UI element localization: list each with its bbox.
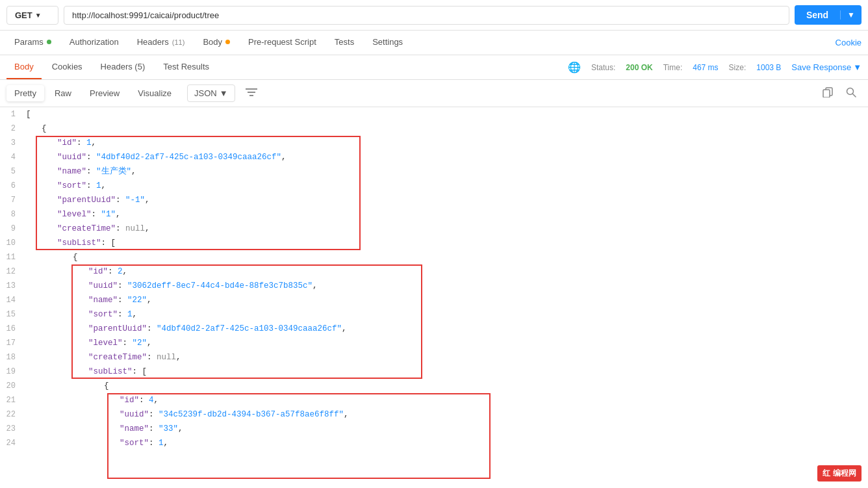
view-tab-preview[interactable]: Preview (82, 85, 127, 101)
tab-tests[interactable]: Tests (327, 31, 362, 55)
json-line-2: 2 { (0, 122, 868, 136)
method-label: GET (15, 10, 32, 20)
send-button[interactable]: Send ▼ (795, 5, 862, 25)
line-content-9: "createTime": null, (26, 222, 868, 236)
url-input[interactable] (64, 6, 789, 25)
search-icon-button[interactable] (841, 84, 862, 103)
tab-pre-request[interactable]: Pre-request Script (240, 31, 324, 55)
tab-authorization[interactable]: Authorization (62, 31, 127, 55)
json-line-21: 21 "id": 4, (0, 393, 868, 407)
tab-body-label: Body (203, 37, 222, 47)
res-tab-headers[interactable]: Headers (5) (93, 55, 153, 79)
line-content-13: "uuid": "3062deff-8ec7-44c4-bd4e-88fe3c7… (26, 279, 868, 293)
line-num-7: 7 (0, 193, 26, 207)
line-content-24: "sort": 1, (26, 436, 868, 450)
status-bar: 🌐 Status: 200 OK Time: 467 ms Size: 1003… (568, 61, 862, 73)
tab-settings[interactable]: Settings (364, 31, 411, 55)
status-label: Status: (591, 63, 615, 72)
line-num-15: 15 (0, 307, 26, 322)
format-select[interactable]: JSON ▼ (187, 84, 235, 102)
res-tab-body-label: Body (14, 62, 34, 71)
watermark-text: 编程网 (833, 468, 856, 479)
res-tab-cookies[interactable]: Cookies (44, 55, 90, 79)
line-num-24: 24 (0, 436, 26, 450)
params-dot (47, 40, 51, 44)
tab-tests-label: Tests (335, 37, 354, 47)
line-content-6: "sort": 1, (26, 179, 868, 193)
save-response-button[interactable]: Save Response ▼ (791, 62, 862, 72)
line-num-19: 19 (0, 365, 26, 379)
line-content-18: "createTime": null, (26, 350, 868, 365)
view-tab-pretty[interactable]: Pretty (6, 85, 44, 101)
line-content-17: "level": "2", (26, 336, 868, 350)
json-line-5: 5 "name": "生产类", (0, 164, 868, 179)
format-arrow-icon: ▼ (220, 88, 228, 98)
res-tab-body[interactable]: Body (6, 55, 42, 79)
line-num-3: 3 (0, 136, 26, 150)
tab-body[interactable]: Body (195, 31, 238, 55)
line-content-16: "parentUuid": "4dbf40d2-2af7-425c-a103-0… (26, 322, 868, 336)
line-content-15: "sort": 1, (26, 307, 868, 322)
json-line-11: 11 { (0, 250, 868, 264)
line-num-12: 12 (0, 264, 26, 279)
response-tabs: Body Cookies Headers (5) Test Results 🌐 … (0, 55, 868, 80)
line-num-9: 9 (0, 222, 26, 236)
json-line-16: 16 "parentUuid": "4dbf40d2-2af7-425c-a10… (0, 322, 868, 336)
json-line-15: 15 "sort": 1, (0, 307, 868, 322)
copy-icon (823, 87, 833, 97)
line-num-21: 21 (0, 393, 26, 407)
line-content-3: "id": 1, (26, 136, 868, 150)
res-tab-headers-label: Headers (5) (101, 62, 146, 71)
tab-params[interactable]: Params (6, 31, 59, 55)
line-num-16: 16 (0, 322, 26, 336)
filter-icon (246, 88, 257, 97)
res-tab-test-results-label: Test Results (163, 62, 209, 71)
line-num-5: 5 (0, 164, 26, 179)
tab-headers-count: (11) (172, 38, 185, 46)
url-bar: GET ▼ Send ▼ (0, 0, 868, 31)
line-num-2: 2 (0, 122, 26, 136)
json-line-17: 17 "level": "2", (0, 336, 868, 350)
size-value: 1003 B (756, 63, 781, 72)
body-dot (225, 40, 230, 44)
line-num-6: 6 (0, 179, 26, 193)
time-label: Time: (663, 63, 683, 72)
json-line-9: 9 "createTime": null, (0, 222, 868, 236)
response-toolbar: Pretty Raw Preview Visualize JSON ▼ (0, 80, 868, 107)
tab-headers[interactable]: Headers (11) (129, 31, 193, 55)
view-tab-raw[interactable]: Raw (47, 85, 79, 101)
line-num-18: 18 (0, 350, 26, 365)
method-select[interactable]: GET ▼ (6, 6, 58, 25)
line-content-20: { (26, 379, 868, 393)
res-tab-test-results[interactable]: Test Results (155, 55, 217, 79)
filter-icon-button[interactable] (240, 84, 262, 103)
cookie-link[interactable]: Cookie (836, 38, 862, 47)
line-num-10: 10 (0, 236, 26, 250)
json-line-8: 8 "level": "1", (0, 207, 868, 222)
format-label: JSON (194, 88, 217, 98)
line-content-2: { (26, 122, 868, 136)
svg-rect-4 (823, 90, 830, 97)
line-content-14: "name": "22", (26, 293, 868, 307)
send-button-arrow-icon: ▼ (840, 10, 862, 19)
line-num-17: 17 (0, 336, 26, 350)
watermark-icon: 红 (823, 468, 830, 479)
res-tab-cookies-label: Cookies (52, 62, 83, 71)
json-line-12: 12 "id": 2, (0, 264, 868, 279)
watermark: 红 编程网 (817, 465, 862, 480)
json-line-13: 13 "uuid": "3062deff-8ec7-44c4-bd4e-88fe… (0, 279, 868, 293)
line-num-14: 14 (0, 293, 26, 307)
line-num-13: 13 (0, 279, 26, 293)
tab-params-label: Params (14, 37, 44, 47)
line-num-22: 22 (0, 407, 26, 422)
json-line-23: 23 "name": "33", (0, 422, 868, 436)
globe-icon: 🌐 (568, 61, 581, 73)
json-viewer: 1 [ 2 { 3 "id": 1, 4 "uuid": "4dbf40d2-2… (0, 107, 868, 480)
json-line-4: 4 "uuid": "4dbf40d2-2af7-425c-a103-0349c… (0, 150, 868, 164)
copy-icon-button[interactable] (817, 84, 838, 103)
tab-headers-label: Headers (137, 37, 169, 47)
view-tab-visualize[interactable]: Visualize (130, 85, 179, 101)
tab-authorization-label: Authorization (70, 37, 119, 47)
line-content-19: "subList": [ (26, 365, 868, 379)
status-value: 200 OK (626, 63, 652, 72)
